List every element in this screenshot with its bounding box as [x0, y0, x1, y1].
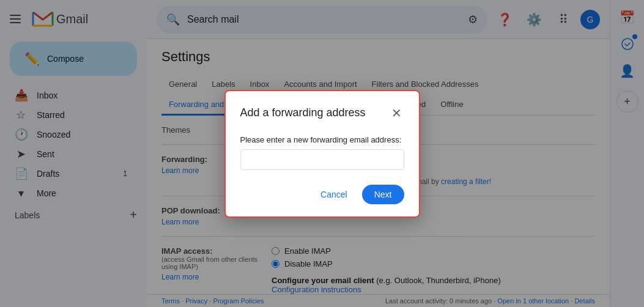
modal-overlay: Add a forwarding address ✕ Please enter … — [0, 0, 644, 307]
modal-cancel-button[interactable]: Cancel — [311, 185, 357, 204]
modal-footer: Cancel Next — [226, 180, 419, 216]
add-forwarding-modal: Add a forwarding address ✕ Please enter … — [224, 90, 420, 218]
modal-title: Add a forwarding address — [240, 106, 366, 119]
modal-header: Add a forwarding address ✕ — [226, 91, 419, 130]
modal-close-button[interactable]: ✕ — [389, 103, 404, 123]
modal-label: Please enter a new forwarding email addr… — [240, 135, 404, 144]
modal-next-button[interactable]: Next — [362, 185, 404, 204]
forwarding-email-input[interactable] — [240, 149, 404, 170]
modal-body: Please enter a new forwarding email addr… — [226, 130, 419, 180]
